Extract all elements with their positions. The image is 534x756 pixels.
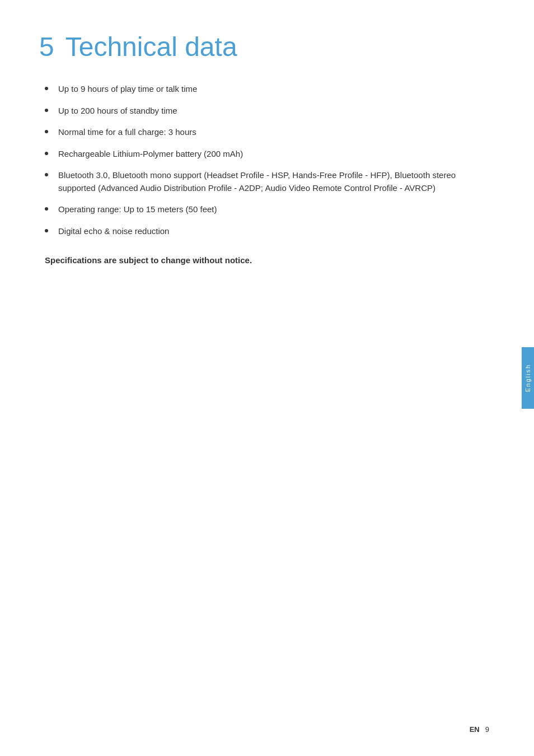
bullet-item-text: Operating range: Up to 15 meters (50 fee… (58, 203, 489, 216)
bullet-item-7: Digital echo & noise reduction (45, 225, 489, 238)
page-container: 5 Technical data Up to 9 hours of play t… (0, 0, 534, 756)
bullet-item-5: Bluetooth 3.0, Bluetooth mono support (H… (45, 169, 489, 194)
section-header: 5 Technical data (39, 34, 489, 60)
footer: EN 9 (470, 725, 489, 734)
bullet-item-text: Digital echo & noise reduction (58, 225, 489, 238)
bullet-dot (45, 229, 48, 232)
bullet-dot (45, 87, 48, 90)
bullet-item-4: Rechargeable Lithium-Polymer battery (20… (45, 148, 489, 161)
bullet-dot (45, 130, 48, 133)
bullet-dot (45, 207, 48, 211)
bullet-item-2: Up to 200 hours of standby time (45, 105, 489, 118)
bullet-item-text: Up to 200 hours of standby time (58, 105, 489, 118)
footer-page: 9 (485, 725, 489, 734)
bullet-item-text: Bluetooth 3.0, Bluetooth mono support (H… (58, 169, 489, 194)
bullet-item-text: Normal time for a full charge: 3 hours (58, 126, 489, 139)
bullet-item-1: Up to 9 hours of play time or talk time (45, 83, 489, 96)
bullet-list: Up to 9 hours of play time or talk timeU… (45, 83, 489, 237)
bullet-item-text: Up to 9 hours of play time or talk time (58, 83, 489, 96)
footer-lang: EN (470, 725, 480, 734)
section-title: Technical data (65, 34, 237, 60)
bullet-dot (45, 173, 48, 176)
language-tab-text: English (524, 364, 531, 392)
content-area: Up to 9 hours of play time or talk timeU… (39, 83, 489, 267)
bullet-dot (45, 109, 48, 112)
language-tab: English (522, 347, 534, 409)
bullet-dot (45, 152, 48, 155)
spec-notice: Specifications are subject to change wit… (45, 254, 257, 267)
bullet-item-6: Operating range: Up to 15 meters (50 fee… (45, 203, 489, 216)
bullet-item-3: Normal time for a full charge: 3 hours (45, 126, 489, 139)
bullet-item-text: Rechargeable Lithium-Polymer battery (20… (58, 148, 489, 161)
section-number: 5 (39, 34, 54, 60)
